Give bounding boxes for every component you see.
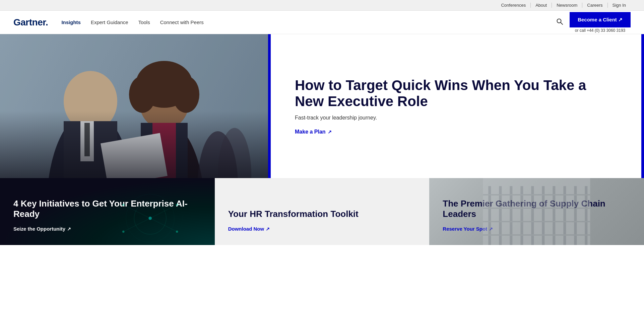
svg-point-28 — [122, 204, 124, 206]
svg-line-24 — [123, 205, 150, 218]
nav-links: Insights Expert Guidance Tools Connect w… — [61, 19, 556, 25]
svg-rect-15 — [141, 123, 152, 178]
hero-cta-arrow-icon: ↗ — [328, 129, 332, 135]
card-ai: 4 Key Initiatives to Get Your Enterprise… — [0, 178, 215, 245]
topbar-link-careers[interactable]: Careers — [582, 3, 607, 8]
nav-link-expert-guidance[interactable]: Expert Guidance — [91, 19, 128, 25]
call-text: or call +44 (0) 33 3060 3193 — [575, 28, 625, 33]
svg-point-32 — [149, 217, 152, 220]
search-icon[interactable] — [556, 18, 563, 26]
svg-rect-45 — [483, 208, 590, 209]
svg-point-31 — [176, 231, 178, 233]
card-hr-cta[interactable]: Download Now ↗ — [228, 226, 416, 232]
svg-rect-6 — [64, 121, 117, 178]
svg-line-1 — [561, 22, 563, 24]
card-supply: The Premier Gathering of Supply Chain Le… — [429, 178, 644, 245]
topbar-link-newsroom[interactable]: Newsroom — [552, 3, 582, 8]
main-nav: Gartner. Insights Expert Guidance Tools … — [0, 11, 644, 34]
svg-rect-44 — [483, 194, 590, 195]
svg-line-26 — [123, 218, 150, 232]
hero-subtitle: Fast-track your leadership journey. — [295, 115, 617, 121]
svg-point-29 — [176, 204, 178, 206]
nav-link-insights[interactable]: Insights — [61, 19, 81, 25]
card-hr: Your HR Transformation Toolkit Download … — [215, 178, 430, 245]
svg-rect-16 — [176, 123, 188, 178]
card-ai-arrow-icon: ↗ — [67, 226, 71, 232]
svg-rect-17 — [101, 133, 168, 178]
svg-point-4 — [47, 111, 134, 178]
become-client-button[interactable]: Become a Client ↗ — [570, 12, 631, 27]
svg-point-9 — [124, 121, 204, 178]
svg-rect-47 — [483, 234, 590, 236]
svg-rect-14 — [141, 123, 188, 178]
card-hr-arrow-icon: ↗ — [266, 226, 270, 232]
nav-right: Become a Client ↗ or call +44 (0) 33 306… — [556, 12, 631, 33]
card-hr-title: Your HR Transformation Toolkit — [228, 209, 416, 219]
hero-cta-link[interactable]: Make a Plan ↗ — [295, 129, 617, 135]
become-client-wrap: Become a Client ↗ or call +44 (0) 33 306… — [570, 12, 631, 33]
svg-line-25 — [150, 205, 177, 218]
cards-section: 4 Key Initiatives to Get Your Enterprise… — [0, 178, 644, 245]
hero-text: How to Target Quick Wins When You Take a… — [288, 77, 624, 135]
nav-link-connect-with-peers[interactable]: Connect with Peers — [160, 19, 204, 25]
svg-rect-8 — [84, 123, 90, 156]
hero-title: How to Target Quick Wins When You Take a… — [295, 77, 617, 110]
topbar-link-about[interactable]: About — [531, 3, 552, 8]
hero-image — [0, 34, 268, 178]
svg-rect-20 — [0, 34, 268, 178]
svg-line-27 — [150, 218, 177, 232]
svg-point-19 — [218, 128, 251, 178]
svg-rect-7 — [80, 121, 94, 161]
svg-rect-46 — [483, 221, 590, 222]
nav-link-tools[interactable]: Tools — [138, 19, 150, 25]
topbar-link-conferences[interactable]: Conferences — [496, 3, 531, 8]
top-bar: Conferences About Newsroom Careers Sign … — [0, 0, 644, 11]
gartner-logo[interactable]: Gartner. — [13, 17, 48, 28]
hero-section: How to Target Quick Wins When You Take a… — [0, 34, 644, 178]
svg-point-18 — [198, 131, 238, 178]
blue-bar-right — [641, 34, 644, 178]
topbar-link-signin[interactable]: Sign In — [608, 3, 631, 8]
svg-point-30 — [122, 231, 124, 233]
blue-bar-left — [268, 34, 271, 178]
hero-content: How to Target Quick Wins When You Take a… — [268, 34, 644, 178]
